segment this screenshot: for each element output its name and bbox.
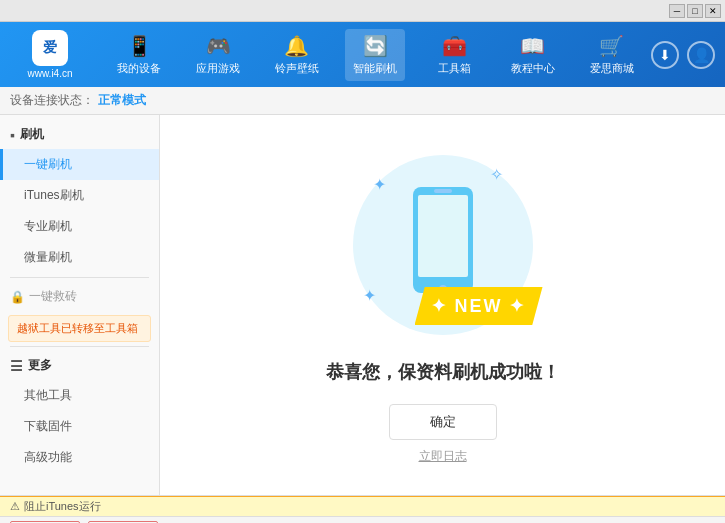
other-tools-label: 其他工具	[24, 388, 72, 402]
jailbreak-notice: 越狱工具已转移至工具箱	[8, 315, 151, 342]
logo-icon: 爱	[32, 30, 68, 66]
sidebar-section-more: ☰ 更多	[0, 351, 159, 380]
status-value: 正常模式	[98, 92, 146, 109]
nav-tutorials-icon: 📖	[520, 34, 545, 58]
footer: 自动教送 跳过向导 📱 iPhone 12 mini 64GB Down-12m…	[0, 516, 725, 523]
sidebar-item-other-tools[interactable]: 其他工具	[0, 380, 159, 411]
nav-store[interactable]: 🛒 爱思商城	[582, 29, 642, 81]
nav-apps-icon: 🎮	[206, 34, 231, 58]
maximize-button[interactable]: □	[687, 4, 703, 18]
nav-my-device[interactable]: 📱 我的设备	[109, 29, 169, 81]
nav-tutorials-label: 教程中心	[511, 61, 555, 76]
nav-smart-flash-label: 智能刷机	[353, 61, 397, 76]
sidebar-item-advanced[interactable]: 高级功能	[0, 442, 159, 473]
nav-store-label: 爱思商城	[590, 61, 634, 76]
header: 爱 www.i4.cn 📱 我的设备 🎮 应用游戏 🔔 铃声壁纸 🔄 智能刷机 …	[0, 22, 725, 87]
logo[interactable]: 爱 www.i4.cn	[10, 30, 90, 79]
jailbreak-notice-text: 越狱工具已转移至工具箱	[17, 322, 138, 334]
sparkle-3: ✦	[363, 286, 376, 305]
status-bar: 设备连接状态： 正常模式	[0, 87, 725, 115]
nav-tutorials[interactable]: 📖 教程中心	[503, 29, 563, 81]
title-bar: ─ □ ✕	[0, 0, 725, 22]
download-firmware-label: 下载固件	[24, 419, 72, 433]
nav-smart-flash-icon: 🔄	[363, 34, 388, 58]
user-button[interactable]: 👤	[687, 41, 715, 69]
nav-ringtones-label: 铃声壁纸	[275, 61, 319, 76]
svg-rect-3	[434, 189, 452, 193]
nav-toolbox-icon: 🧰	[442, 34, 467, 58]
success-illustration: ✦ ✧ ✦ ✦ NEW ✦	[343, 145, 543, 345]
sidebar-item-pro-flash[interactable]: 专业刷机	[0, 211, 159, 242]
one-click-flash-label: 一键刷机	[24, 157, 72, 171]
more-section-icon: ☰	[10, 358, 23, 374]
flash-section-icon: ▪	[10, 127, 15, 143]
sidebar-divider-1	[10, 277, 149, 278]
nav-bar: 📱 我的设备 🎮 应用游戏 🔔 铃声壁纸 🔄 智能刷机 🧰 工具箱 📖 教程中心…	[100, 29, 651, 81]
nav-toolbox-label: 工具箱	[438, 61, 471, 76]
status-label: 设备连接状态：	[10, 92, 94, 109]
nav-store-icon: 🛒	[599, 34, 624, 58]
nav-my-device-label: 我的设备	[117, 61, 161, 76]
itunes-notice-text: 阻止iTunes运行	[24, 499, 101, 514]
nav-smart-flash[interactable]: 🔄 智能刷机	[345, 29, 405, 81]
sidebar-item-micro-flash[interactable]: 微量刷机	[0, 242, 159, 273]
more-section-title: 更多	[28, 357, 52, 374]
logo-url: www.i4.cn	[27, 68, 72, 79]
download-button[interactable]: ⬇	[651, 41, 679, 69]
content-area: ✦ ✧ ✦ ✦ NEW ✦ 恭喜您，保资料刷机成功啦！ 确定 立即日志	[160, 115, 725, 495]
itunes-notice-bar: ⚠ 阻止iTunes运行	[0, 496, 725, 516]
header-right: ⬇ 👤	[651, 41, 715, 69]
nav-ringtones-icon: 🔔	[284, 34, 309, 58]
nav-my-device-icon: 📱	[127, 34, 152, 58]
sidebar-item-itunes-flash[interactable]: iTunes刷机	[0, 180, 159, 211]
minimize-button[interactable]: ─	[669, 4, 685, 18]
flash-section-title: 刷机	[20, 126, 44, 143]
close-button[interactable]: ✕	[705, 4, 721, 18]
nav-apps-label: 应用游戏	[196, 61, 240, 76]
sidebar: ▪ 刷机 一键刷机 iTunes刷机 专业刷机 微量刷机 🔒 一键救砖 越狱工具…	[0, 115, 160, 495]
sidebar-item-download-firmware[interactable]: 下载固件	[0, 411, 159, 442]
locked-section-title: 一键救砖	[29, 288, 77, 305]
micro-flash-label: 微量刷机	[24, 250, 72, 264]
pro-flash-label: 专业刷机	[24, 219, 72, 233]
footer-container: ⚠ 阻止iTunes运行 自动教送 跳过向导 📱 iPhone 12 mini …	[0, 495, 725, 523]
itunes-flash-label: iTunes刷机	[24, 188, 84, 202]
nav-toolbox[interactable]: 🧰 工具箱	[424, 29, 484, 81]
again-link[interactable]: 立即日志	[419, 448, 467, 465]
sparkle-2: ✧	[490, 165, 503, 184]
sidebar-divider-2	[10, 346, 149, 347]
main-layout: ▪ 刷机 一键刷机 iTunes刷机 专业刷机 微量刷机 🔒 一键救砖 越狱工具…	[0, 115, 725, 495]
advanced-label: 高级功能	[24, 450, 72, 464]
sidebar-section-flash: ▪ 刷机	[0, 120, 159, 149]
new-badge: ✦ NEW ✦	[415, 287, 543, 325]
itunes-notice-icon: ⚠	[10, 500, 20, 513]
svg-rect-1	[418, 195, 468, 277]
sidebar-item-one-click-flash[interactable]: 一键刷机	[0, 149, 159, 180]
success-text: 恭喜您，保资料刷机成功啦！	[326, 360, 560, 384]
nav-ringtones[interactable]: 🔔 铃声壁纸	[267, 29, 327, 81]
confirm-button[interactable]: 确定	[389, 404, 497, 440]
lock-icon: 🔒	[10, 290, 25, 304]
sidebar-locked-section: 🔒 一键救砖	[0, 282, 159, 311]
sparkle-1: ✦	[373, 175, 386, 194]
nav-apps-games[interactable]: 🎮 应用游戏	[188, 29, 248, 81]
